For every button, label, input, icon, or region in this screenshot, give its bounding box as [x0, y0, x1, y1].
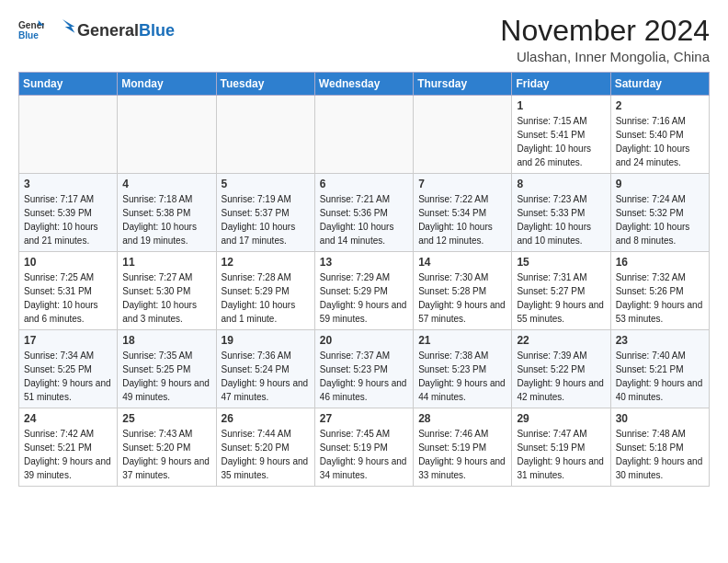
svg-text:Blue: Blue: [18, 30, 39, 40]
day-info: Sunrise: 7:31 AM Sunset: 5:27 PM Dayligh…: [517, 270, 605, 326]
calendar-cell: [118, 96, 216, 174]
calendar-cell: 27Sunrise: 7:45 AM Sunset: 5:19 PM Dayli…: [314, 408, 413, 487]
month-title: November 2024: [500, 15, 710, 47]
calendar-week-row: 24Sunrise: 7:42 AM Sunset: 5:21 PM Dayli…: [19, 408, 710, 487]
logo-general-text: General: [77, 22, 139, 39]
day-number: 12: [222, 256, 310, 269]
day-info: Sunrise: 7:29 AM Sunset: 5:29 PM Dayligh…: [320, 270, 408, 326]
logo: General Blue General Blue: [18, 15, 175, 46]
day-info: Sunrise: 7:42 AM Sunset: 5:21 PM Dayligh…: [24, 427, 112, 482]
day-info: Sunrise: 7:16 AM Sunset: 5:40 PM Dayligh…: [616, 114, 704, 169]
calendar-cell: 15Sunrise: 7:31 AM Sunset: 5:27 PM Dayli…: [512, 252, 610, 330]
calendar-cell: 17Sunrise: 7:34 AM Sunset: 5:25 PM Dayli…: [19, 330, 118, 408]
day-info: Sunrise: 7:22 AM Sunset: 5:34 PM Dayligh…: [418, 192, 506, 247]
calendar-cell: 1Sunrise: 7:15 AM Sunset: 5:41 PM Daylig…: [512, 96, 610, 174]
logo-icon: General Blue: [18, 17, 44, 43]
day-info: Sunrise: 7:37 AM Sunset: 5:23 PM Dayligh…: [320, 349, 408, 404]
day-info: Sunrise: 7:40 AM Sunset: 5:21 PM Dayligh…: [616, 349, 704, 404]
day-info: Sunrise: 7:43 AM Sunset: 5:20 PM Dayligh…: [122, 427, 210, 482]
day-info: Sunrise: 7:38 AM Sunset: 5:23 PM Dayligh…: [418, 349, 506, 404]
calendar-week-row: 3Sunrise: 7:17 AM Sunset: 5:39 PM Daylig…: [19, 174, 710, 252]
calendar-cell: 2Sunrise: 7:16 AM Sunset: 5:40 PM Daylig…: [610, 96, 709, 174]
day-number: 19: [222, 334, 310, 347]
calendar-week-row: 1Sunrise: 7:15 AM Sunset: 5:41 PM Daylig…: [19, 96, 710, 174]
calendar-cell: 8Sunrise: 7:23 AM Sunset: 5:33 PM Daylig…: [512, 174, 610, 252]
day-number: 16: [616, 256, 704, 269]
calendar-cell: 10Sunrise: 7:25 AM Sunset: 5:31 PM Dayli…: [19, 252, 118, 330]
day-info: Sunrise: 7:27 AM Sunset: 5:30 PM Dayligh…: [122, 270, 210, 326]
day-info: Sunrise: 7:30 AM Sunset: 5:28 PM Dayligh…: [418, 270, 506, 326]
day-number: 27: [320, 412, 408, 425]
day-info: Sunrise: 7:34 AM Sunset: 5:25 PM Dayligh…: [24, 349, 112, 404]
day-info: Sunrise: 7:44 AM Sunset: 5:20 PM Dayligh…: [222, 427, 310, 482]
day-number: 25: [122, 412, 210, 425]
day-info: Sunrise: 7:39 AM Sunset: 5:22 PM Dayligh…: [517, 349, 605, 404]
day-number: 7: [418, 178, 506, 190]
day-number: 14: [418, 256, 506, 269]
day-number: 18: [122, 334, 210, 347]
calendar-cell: 6Sunrise: 7:21 AM Sunset: 5:36 PM Daylig…: [314, 174, 413, 252]
day-number: 22: [517, 334, 605, 347]
calendar-cell: 23Sunrise: 7:40 AM Sunset: 5:21 PM Dayli…: [610, 330, 709, 408]
calendar-cell: 14Sunrise: 7:30 AM Sunset: 5:28 PM Dayli…: [414, 252, 512, 330]
calendar-table: SundayMondayTuesdayWednesdayThursdayFrid…: [18, 72, 710, 487]
day-info: Sunrise: 7:23 AM Sunset: 5:33 PM Dayligh…: [517, 192, 605, 247]
day-number: 13: [320, 256, 408, 269]
day-number: 24: [24, 412, 112, 425]
day-number: 26: [222, 412, 310, 425]
day-number: 21: [418, 334, 506, 347]
calendar-cell: 20Sunrise: 7:37 AM Sunset: 5:23 PM Dayli…: [314, 330, 413, 408]
day-number: 3: [24, 178, 112, 190]
calendar-cell: 4Sunrise: 7:18 AM Sunset: 5:38 PM Daylig…: [118, 174, 216, 252]
logo-blue-text: Blue: [139, 22, 175, 39]
day-number: 20: [320, 334, 408, 347]
day-number: 11: [122, 256, 210, 269]
day-number: 5: [222, 178, 310, 190]
day-number: 8: [517, 178, 605, 190]
title-area: November 2024 Ulashan, Inner Mongolia, C…: [500, 15, 710, 64]
day-info: Sunrise: 7:19 AM Sunset: 5:37 PM Dayligh…: [222, 192, 310, 247]
calendar-cell: 12Sunrise: 7:28 AM Sunset: 5:29 PM Dayli…: [216, 252, 314, 330]
day-number: 1: [517, 99, 605, 112]
day-info: Sunrise: 7:21 AM Sunset: 5:36 PM Dayligh…: [320, 192, 408, 247]
day-info: Sunrise: 7:36 AM Sunset: 5:24 PM Dayligh…: [222, 349, 310, 404]
weekday-header-saturday: Saturday: [610, 73, 709, 96]
weekday-header-monday: Monday: [118, 73, 216, 96]
svg-marker-3: [63, 19, 74, 33]
calendar-cell: 22Sunrise: 7:39 AM Sunset: 5:22 PM Dayli…: [512, 330, 610, 408]
calendar-cell: [19, 96, 118, 174]
day-info: Sunrise: 7:46 AM Sunset: 5:19 PM Dayligh…: [418, 427, 506, 482]
page-header: General Blue General Blue November 2024 …: [18, 15, 710, 64]
calendar-week-row: 17Sunrise: 7:34 AM Sunset: 5:25 PM Dayli…: [19, 330, 710, 408]
day-info: Sunrise: 7:48 AM Sunset: 5:18 PM Dayligh…: [616, 427, 704, 482]
calendar-cell: 18Sunrise: 7:35 AM Sunset: 5:25 PM Dayli…: [118, 330, 216, 408]
calendar-cell: [216, 96, 314, 174]
day-number: 23: [616, 334, 704, 347]
day-number: 9: [616, 178, 704, 190]
weekday-header-sunday: Sunday: [19, 73, 118, 96]
day-number: 28: [418, 412, 506, 425]
calendar-cell: [314, 96, 413, 174]
location-title: Ulashan, Inner Mongolia, China: [500, 49, 710, 64]
day-info: Sunrise: 7:35 AM Sunset: 5:25 PM Dayligh…: [122, 349, 210, 404]
calendar-cell: 30Sunrise: 7:48 AM Sunset: 5:18 PM Dayli…: [610, 408, 709, 487]
day-number: 2: [616, 99, 704, 112]
day-number: 15: [517, 256, 605, 269]
calendar-cell: 24Sunrise: 7:42 AM Sunset: 5:21 PM Dayli…: [19, 408, 118, 487]
calendar-cell: 28Sunrise: 7:46 AM Sunset: 5:19 PM Dayli…: [414, 408, 512, 487]
day-info: Sunrise: 7:32 AM Sunset: 5:26 PM Dayligh…: [616, 270, 704, 326]
calendar-cell: 13Sunrise: 7:29 AM Sunset: 5:29 PM Dayli…: [314, 252, 413, 330]
day-info: Sunrise: 7:15 AM Sunset: 5:41 PM Dayligh…: [517, 114, 605, 169]
day-number: 17: [24, 334, 112, 347]
weekday-header-friday: Friday: [512, 73, 610, 96]
svg-text:General: General: [18, 20, 44, 30]
day-number: 6: [320, 178, 408, 190]
day-info: Sunrise: 7:28 AM Sunset: 5:29 PM Dayligh…: [222, 270, 310, 326]
calendar-cell: 16Sunrise: 7:32 AM Sunset: 5:26 PM Dayli…: [610, 252, 709, 330]
calendar-cell: 25Sunrise: 7:43 AM Sunset: 5:20 PM Dayli…: [118, 408, 216, 487]
day-number: 30: [616, 412, 704, 425]
weekday-header-wednesday: Wednesday: [314, 73, 413, 96]
day-number: 10: [24, 256, 112, 269]
day-info: Sunrise: 7:45 AM Sunset: 5:19 PM Dayligh…: [320, 427, 408, 482]
calendar-cell: 3Sunrise: 7:17 AM Sunset: 5:39 PM Daylig…: [19, 174, 118, 252]
